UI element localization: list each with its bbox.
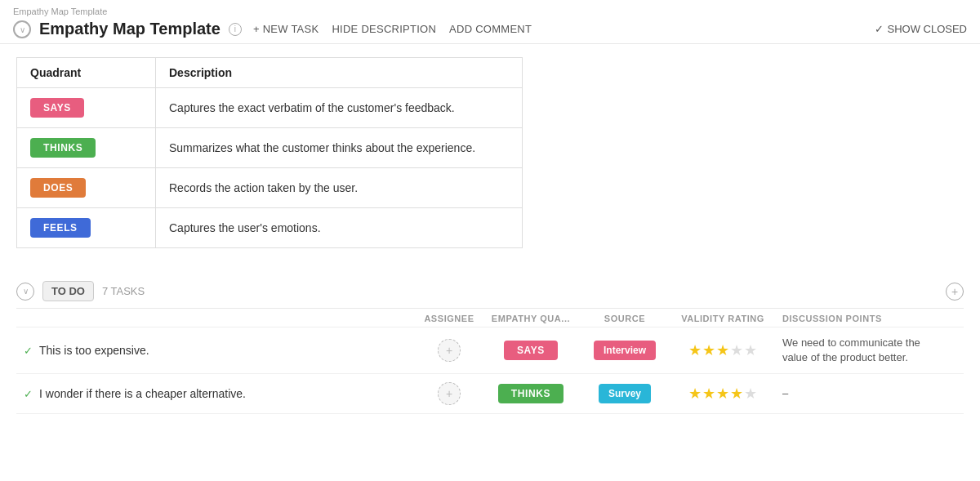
info-icon[interactable]: i: [229, 23, 242, 36]
main-content: Quadrant Description SAYS Captures the e…: [0, 44, 980, 427]
star: ★: [688, 386, 702, 401]
tasks-section: ∨ TO DO 7 TASKS + ASSIGNEE EMPATHY QUA..…: [16, 274, 964, 414]
header: Empathy Map Template Empathy Map Templat…: [0, 0, 980, 44]
task-assignee[interactable]: +: [416, 339, 482, 362]
title-row: Empathy Map Template i NEW TASK HIDE DES…: [13, 20, 967, 38]
table-header-quadrant: Quadrant: [17, 58, 156, 88]
star: ★: [744, 343, 757, 358]
source-badge[interactable]: Interview: [594, 341, 656, 360]
col-header-source: SOURCE: [580, 314, 670, 323]
star: ★: [702, 386, 715, 401]
table-row: SAYS Captures the exact verbatim of the …: [17, 88, 523, 128]
task-assignee[interactable]: +: [416, 382, 482, 405]
quadrant-badge[interactable]: DOES: [30, 178, 86, 198]
avatar[interactable]: +: [438, 339, 461, 362]
empathy-table: Quadrant Description SAYS Captures the e…: [16, 57, 523, 248]
table-row: DOES Records the action taken by the use…: [17, 168, 523, 208]
task-empathy-quadrant[interactable]: SAYS: [482, 341, 580, 360]
empathy-badge[interactable]: THINKS: [498, 384, 564, 403]
task-source[interactable]: Interview: [580, 341, 670, 360]
source-badge[interactable]: Survey: [599, 384, 651, 403]
task-row: ✓ This is too expensive. + SAYS Intervie…: [16, 327, 964, 374]
star: ★: [716, 386, 729, 401]
task-list: ✓ This is too expensive. + SAYS Intervie…: [16, 327, 964, 414]
table-row: THINKS Summarizes what the customer thin…: [17, 128, 523, 168]
tasks-chevron[interactable]: ∨: [16, 283, 34, 301]
star: ★: [716, 343, 729, 358]
task-checkmark[interactable]: ✓: [16, 388, 39, 400]
table-header-description: Description: [156, 58, 523, 88]
task-discussion: –: [776, 386, 939, 401]
collapse-button[interactable]: [13, 20, 31, 38]
col-header-validity: VALIDITY RATING: [670, 314, 776, 323]
table-row: FEELS Captures the user's emotions.: [17, 208, 523, 248]
new-task-link[interactable]: NEW TASK: [253, 23, 319, 35]
quadrant-cell: THINKS: [17, 128, 156, 168]
breadcrumb: Empathy Map Template: [13, 7, 967, 16]
task-discussion: We need to communicate the value of the …: [776, 336, 939, 365]
description-cell: Records the action taken by the user.: [156, 168, 523, 208]
empathy-badge[interactable]: SAYS: [504, 341, 558, 360]
task-validity: ★★★★★: [670, 343, 776, 358]
add-column-button[interactable]: +: [946, 283, 964, 301]
todo-badge: TO DO: [42, 281, 94, 301]
star: ★: [702, 343, 715, 358]
col-header-empathy: EMPATHY QUA...: [482, 314, 580, 323]
stars: ★★★★★: [688, 343, 757, 358]
tasks-count: 7 TASKS: [102, 285, 145, 297]
show-closed-label: SHOW CLOSED: [887, 23, 967, 35]
description-cell: Summarizes what the customer thinks abou…: [156, 128, 523, 168]
add-assignee-icon: +: [446, 388, 452, 399]
star: ★: [730, 343, 743, 358]
star: ★: [744, 386, 757, 401]
star: ★: [688, 343, 702, 358]
show-closed-checkmark: ✓: [875, 23, 884, 35]
task-text: This is too expensive.: [39, 344, 416, 357]
task-checkmark[interactable]: ✓: [16, 345, 39, 357]
description-cell: Captures the exact verbatim of the custo…: [156, 88, 523, 128]
quadrant-badge[interactable]: THINKS: [30, 138, 96, 158]
column-headers: ASSIGNEE EMPATHY QUA... SOURCE VALIDITY …: [16, 309, 964, 327]
quadrant-cell: FEELS: [17, 208, 156, 248]
task-empathy-quadrant[interactable]: THINKS: [482, 384, 580, 403]
hide-description-link[interactable]: HIDE DESCRIPTION: [332, 23, 436, 35]
col-header-assignee: ASSIGNEE: [416, 314, 482, 323]
add-comment-link[interactable]: ADD COMMENT: [449, 23, 532, 35]
action-links: NEW TASK HIDE DESCRIPTION ADD COMMENT: [253, 23, 532, 35]
task-validity: ★★★★★: [670, 386, 776, 401]
add-assignee-icon: +: [446, 345, 452, 356]
tasks-header: ∨ TO DO 7 TASKS +: [16, 274, 964, 309]
quadrant-cell: SAYS: [17, 88, 156, 128]
col-header-discussion: DISCUSSION POINTS: [776, 314, 939, 323]
avatar[interactable]: +: [438, 382, 461, 405]
description-cell: Captures the user's emotions.: [156, 208, 523, 248]
quadrant-cell: DOES: [17, 168, 156, 208]
quadrant-badge[interactable]: SAYS: [30, 98, 84, 118]
task-row: ✓ I wonder if there is a cheaper alterna…: [16, 374, 964, 414]
quadrant-badge[interactable]: FEELS: [30, 218, 91, 238]
stars: ★★★★★: [688, 386, 757, 401]
page-title: Empathy Map Template: [39, 20, 220, 38]
star: ★: [730, 386, 743, 401]
task-text: I wonder if there is a cheaper alternati…: [39, 387, 416, 400]
show-closed-button[interactable]: ✓ SHOW CLOSED: [875, 23, 967, 35]
task-source[interactable]: Survey: [580, 384, 670, 403]
